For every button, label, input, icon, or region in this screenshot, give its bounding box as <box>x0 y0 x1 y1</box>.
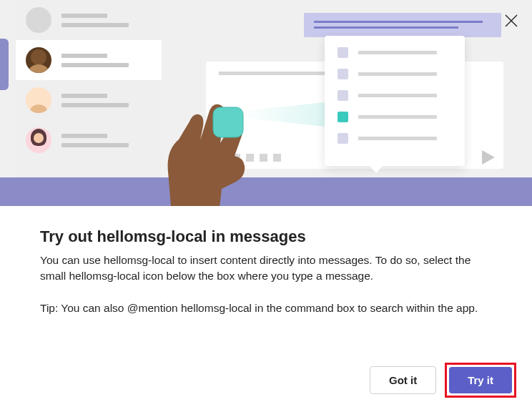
avatar-icon <box>26 47 51 73</box>
hand-illustration-icon <box>129 72 279 206</box>
try-it-button[interactable]: Try it <box>449 367 512 393</box>
dialog-title: Try out hellomsg-local in messages <box>40 227 492 246</box>
dialog-button-row: Got it Try it <box>370 363 516 398</box>
placeholder-lines <box>61 94 129 107</box>
avatar-icon <box>26 127 51 153</box>
send-icon <box>482 150 495 165</box>
dialog-illustration <box>0 0 532 206</box>
left-edge-indicator <box>0 39 9 90</box>
avatar-icon <box>26 87 51 113</box>
dialog-tip: Tip: You can also @mention hellomsg-loca… <box>40 300 492 316</box>
primary-button-highlight: Try it <box>445 363 516 398</box>
placeholder-lines <box>61 134 129 147</box>
illustration-dropdown-menu <box>325 36 465 166</box>
close-button[interactable] <box>503 13 519 29</box>
illustration-search-bar <box>304 13 501 37</box>
placeholder-lines <box>61 54 129 67</box>
dialog-description: You can use hellomsg-local to insert con… <box>40 252 492 285</box>
close-icon <box>503 13 519 29</box>
dialog-body: Try out hellomsg-local in messages You c… <box>0 206 532 316</box>
got-it-button[interactable]: Got it <box>370 366 436 394</box>
svg-rect-0 <box>213 107 243 137</box>
illustration-sidebar-item <box>16 0 162 40</box>
avatar-icon <box>26 7 51 33</box>
placeholder-lines <box>61 14 129 27</box>
dialog-container: Try out hellomsg-local in messages You c… <box>0 0 532 412</box>
